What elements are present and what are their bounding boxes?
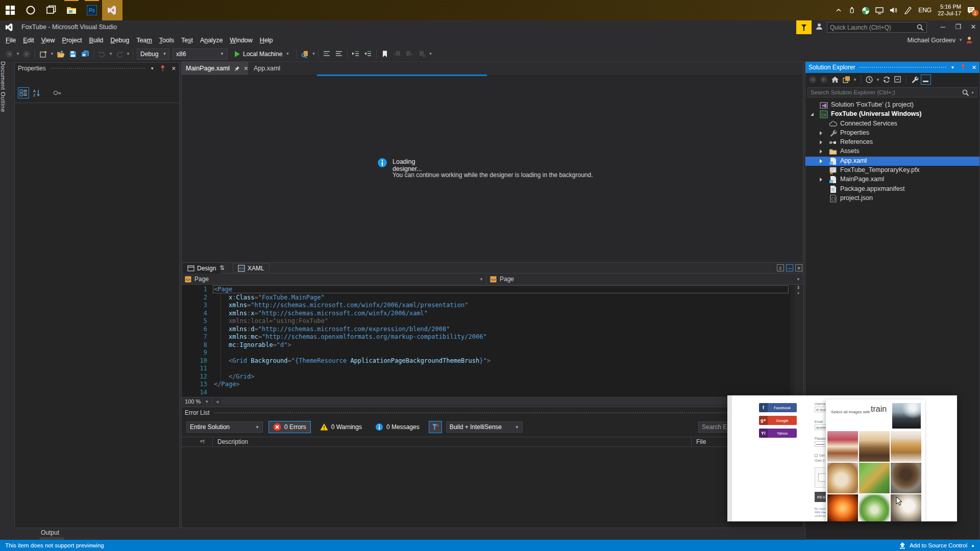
quick-launch-input[interactable]: Quick Launch (Ctrl+Q)	[827, 22, 927, 33]
categorized-view-button[interactable]	[18, 87, 29, 98]
xaml-code-editor[interactable]: 1<Page2 x:Class="FoxTube.MainPage"3 xmln…	[182, 285, 791, 397]
code-line[interactable]: </Grid>	[214, 373, 255, 381]
next-bookmark-button[interactable]	[403, 48, 415, 60]
close-icon[interactable]: ✕	[972, 64, 976, 71]
captcha-cell-breakfast-plate[interactable]	[827, 463, 858, 493]
solution-explorer-header[interactable]: Solution Explorer ▼ 📍 ✕	[805, 62, 979, 73]
tree-item-connected-services[interactable]: Connected Services	[805, 119, 979, 129]
captcha-cell-coffee-cup-cookies[interactable]	[891, 494, 921, 521]
properties-panel-header[interactable]: Properties ▼ 📍 ✕	[15, 63, 179, 74]
minimize-button[interactable]: ─	[935, 20, 950, 33]
menu-tools[interactable]: Tools	[156, 35, 178, 46]
tree-item-app-xaml[interactable]: <>App.xaml	[805, 157, 979, 166]
tab-output[interactable]: Output	[41, 529, 59, 536]
chevron-down-icon[interactable]: ▼	[15, 52, 20, 56]
errors-toggle-button[interactable]: 0 Errors	[268, 421, 311, 433]
tree-item-solution-foxtube-1-project[interactable]: Solution 'FoxTube' (1 project)	[805, 101, 979, 110]
configuration-combo[interactable]: Debug▼	[137, 48, 169, 60]
column-description[interactable]: Description	[217, 438, 248, 445]
navigate-forward-button[interactable]	[819, 74, 829, 85]
code-line[interactable]: xmlns="http://schemas.microsoft.com/winf…	[214, 302, 469, 310]
navigate-forward-button[interactable]	[20, 48, 33, 60]
language-indicator[interactable]: ENG	[918, 7, 932, 14]
start-debugging-button[interactable]: Local Machine▼	[229, 50, 294, 58]
user-account[interactable]: Michael Gordeev ▼	[908, 36, 973, 44]
column-file[interactable]: File	[696, 438, 706, 445]
expand-arrow-icon[interactable]	[820, 131, 822, 135]
property-pages-button[interactable]	[52, 87, 63, 98]
pending-changes-filter-button[interactable]	[864, 74, 874, 85]
vertical-split-button[interactable]: ▯	[777, 264, 784, 271]
speaker-icon[interactable]	[890, 6, 898, 14]
chevron-down-icon[interactable]: ▼	[108, 52, 113, 56]
pin-icon[interactable]: 📍	[960, 64, 967, 71]
taskbar-app-cortana[interactable]	[20, 0, 41, 20]
collapse-pane-button[interactable]: ≋	[795, 264, 802, 271]
menu-edit[interactable]: Edit	[19, 35, 38, 46]
source-filter-combo[interactable]: Build + IntelliSense ▼	[446, 421, 523, 433]
expand-arrow-icon[interactable]	[820, 149, 822, 154]
tree-item-properties[interactable]: Properties	[805, 129, 979, 138]
redo-button[interactable]	[113, 48, 126, 60]
code-line[interactable]: <Page	[214, 286, 232, 294]
increase-indent-button[interactable]	[350, 48, 362, 60]
properties-button[interactable]	[910, 74, 920, 85]
horizontal-split-button[interactable]: —	[786, 264, 793, 271]
taskbar-app-file-explorer[interactable]	[61, 0, 82, 20]
code-line[interactable]: mc:Ignorable="d">	[214, 341, 291, 349]
scope-filter-combo[interactable]: Entire Solution ▼	[186, 421, 263, 433]
tab-mainpage-xaml[interactable]: MainPage.xaml ✕	[182, 62, 248, 75]
menu-test[interactable]: Test	[178, 35, 197, 46]
display-icon[interactable]	[875, 7, 884, 14]
scroll-left-arrow[interactable]: ◀	[212, 399, 222, 404]
menu-help[interactable]: Help	[256, 35, 277, 46]
taskbar-app-start[interactable]	[0, 0, 20, 20]
tree-item-package-appxmanifest[interactable]: Package.appxmanifest	[805, 185, 979, 194]
restore-button[interactable]: ❐	[950, 20, 966, 33]
preview-selected-items-button[interactable]	[921, 74, 931, 85]
chevron-down-icon[interactable]: ▼	[428, 52, 433, 56]
chevron-down-icon[interactable]: ▼	[126, 52, 131, 56]
expand-arrow-icon[interactable]	[820, 140, 822, 144]
undo-button[interactable]	[96, 48, 108, 60]
tree-item-references[interactable]: References	[805, 138, 979, 147]
open-file-button[interactable]	[55, 48, 67, 60]
captcha-cell-salad-plate[interactable]	[859, 494, 890, 521]
tree-item-project-json[interactable]: {}project.json	[805, 194, 979, 203]
close-button[interactable]: ✕	[966, 20, 980, 33]
yahoo-login-button[interactable]: Y!Yahoo	[759, 429, 797, 438]
menu-debug[interactable]: Debug	[107, 35, 133, 46]
tree-item-assets[interactable]: Assets	[805, 147, 979, 156]
captcha-cell-strawberry-cake[interactable]	[827, 431, 858, 462]
captcha-cell-pancakes-and-coffee[interactable]	[891, 431, 921, 462]
expand-arrow-icon[interactable]	[820, 159, 822, 163]
chevron-down-icon[interactable]: ▼	[971, 91, 974, 94]
menu-view[interactable]: View	[38, 35, 59, 46]
code-line[interactable]: </Page>	[214, 381, 240, 389]
save-button[interactable]	[67, 48, 79, 60]
uncomment-button[interactable]	[333, 48, 345, 60]
tab-app-xaml[interactable]: App.xaml	[250, 62, 284, 75]
tab-design-view[interactable]: Design	[183, 263, 220, 273]
close-icon[interactable]: ✕	[172, 65, 176, 72]
error-list-header[interactable]: Error List	[182, 407, 803, 418]
menu-analyze[interactable]: Analyze	[197, 35, 226, 46]
clear-bookmarks-button[interactable]	[415, 48, 428, 60]
facebook-login-button[interactable]: fFacebook	[759, 403, 797, 412]
horizontal-scrollbar-track[interactable]	[222, 398, 793, 405]
breadcrumb-right[interactable]: <> Page	[487, 273, 791, 285]
captcha-cell-coffee-beans-cup[interactable]	[891, 463, 921, 493]
editor-zoom-combo[interactable]: 100 % ▼	[182, 398, 212, 405]
code-line[interactable]: xmlns:local="using:FoxTube"	[214, 317, 328, 325]
chevron-down-icon[interactable]: ▼	[50, 52, 55, 56]
chevron-up-icon[interactable]	[835, 7, 842, 14]
messages-toggle-button[interactable]: 0 Messages	[371, 421, 424, 433]
navigate-back-button[interactable]	[3, 48, 15, 60]
previous-bookmark-button[interactable]	[391, 48, 403, 60]
breadcrumb-left[interactable]: <> Page	[182, 273, 485, 285]
captcha-cell-chicken-salad[interactable]	[859, 463, 890, 493]
scroll-up-arrow[interactable]: ▲	[795, 290, 802, 295]
pin-icon[interactable]	[234, 65, 240, 72]
solution-explorer-search-input[interactable]: Search Solution Explorer (Ctrl+;) ▼	[807, 87, 977, 97]
splitter-handle-icon[interactable]: ⬍	[795, 285, 802, 290]
